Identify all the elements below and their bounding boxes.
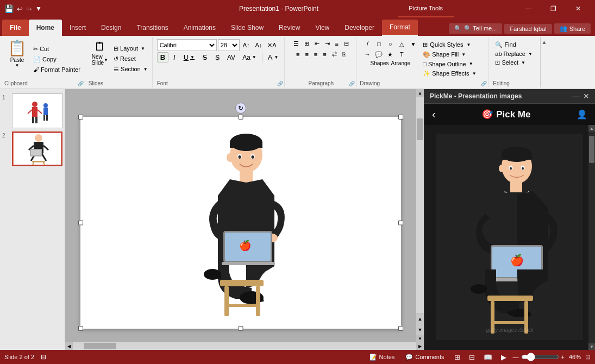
pickme-nav-left[interactable]: ‹: [432, 108, 436, 121]
handle-br[interactable]: [398, 326, 403, 331]
rotation-handle[interactable]: ↻: [235, 103, 246, 114]
select-button[interactable]: ⊡ Select ▼: [493, 58, 528, 67]
shapes-button[interactable]: Shapes: [371, 60, 389, 66]
view-reading-button[interactable]: 📖: [481, 353, 494, 361]
shape-more[interactable]: ▼: [408, 39, 418, 49]
tab-file[interactable]: File: [2, 20, 29, 36]
redo-icon[interactable]: ↪: [26, 5, 32, 13]
justify-button[interactable]: ≡: [321, 49, 328, 59]
pickme-scroll-thumb[interactable]: [589, 136, 594, 163]
user-button[interactable]: Farshad Iqbal: [504, 24, 552, 34]
pickme-image-area[interactable]: 🍎: [424, 125, 595, 350]
tab-developer[interactable]: Developer: [337, 20, 382, 36]
handle-ml[interactable]: [78, 221, 83, 225]
drawing-expand[interactable]: 🔗: [481, 81, 487, 86]
spacing-button[interactable]: AV: [224, 53, 238, 62]
slide-canvas[interactable]: 🍎: [80, 117, 401, 329]
shape-rect[interactable]: □: [373, 39, 384, 49]
h-scroll-thumb[interactable]: [84, 343, 116, 349]
pickme-scroll-up[interactable]: ▲: [588, 125, 595, 131]
horizontal-scrollbar[interactable]: ◀ ▶: [65, 342, 424, 350]
pickme-scroll-down[interactable]: ▼: [588, 343, 595, 350]
clear-format-button[interactable]: ✕A: [265, 41, 278, 50]
increase-font-button[interactable]: A↑: [241, 41, 252, 49]
replace-button[interactable]: ab Replace ▼: [493, 49, 535, 58]
view-slideshow-button[interactable]: ▶: [499, 353, 509, 361]
align-center-button[interactable]: ≡: [303, 49, 310, 59]
section-button[interactable]: ☰ Section ▼: [111, 65, 150, 74]
view-normal-button[interactable]: ⊞: [452, 353, 462, 361]
restore-button[interactable]: ❐: [541, 0, 566, 17]
numbering-button[interactable]: ⊞: [302, 39, 311, 48]
scroll-left-button[interactable]: ◀: [65, 342, 73, 350]
shape-triangle[interactable]: △: [396, 39, 407, 49]
increase-indent-button[interactable]: ⇥: [323, 39, 332, 48]
tab-home[interactable]: Home: [29, 20, 62, 36]
pickme-minimize-button[interactable]: —: [572, 92, 580, 101]
quick-styles-button[interactable]: ⊞ Quick Styles ▼: [421, 40, 486, 49]
strikethrough-button[interactable]: S̶: [199, 52, 210, 62]
reset-button[interactable]: ↺ Reset: [111, 54, 150, 64]
underline-button[interactable]: U▼: [180, 52, 198, 62]
save-icon[interactable]: 💾: [4, 4, 14, 13]
shape-arrow[interactable]: →: [362, 49, 373, 59]
align-right-button[interactable]: ≡: [312, 49, 320, 59]
tab-review[interactable]: Review: [271, 20, 308, 36]
handle-tc[interactable]: [239, 115, 243, 120]
copy-button[interactable]: 📄 Copy: [31, 55, 83, 64]
close-button[interactable]: ✕: [566, 0, 591, 17]
shape-outline-button[interactable]: □ Shape Outline ▼: [421, 60, 486, 68]
notes-button[interactable]: 📝 Notes: [366, 353, 398, 362]
pickme-user-icon[interactable]: 👤: [577, 109, 587, 120]
undo-icon[interactable]: ↩: [17, 5, 23, 13]
shape-fill-button[interactable]: 🎨 Shape Fill ▼: [421, 50, 486, 59]
italic-button[interactable]: I: [170, 52, 179, 62]
minimize-button[interactable]: —: [516, 0, 541, 17]
tab-animations[interactable]: Animations: [176, 20, 223, 36]
bold-button[interactable]: B: [157, 52, 168, 62]
handle-tr[interactable]: [398, 115, 403, 120]
font-name-select[interactable]: Calibri: [157, 39, 217, 51]
decrease-font-button[interactable]: A↓: [253, 41, 265, 49]
pickme-scrollbar[interactable]: ▲ ▼: [588, 125, 595, 350]
bullets-button[interactable]: ☰: [291, 39, 301, 48]
shape-effects-button[interactable]: ✨ Shape Effects ▼: [421, 69, 486, 78]
cut-button[interactable]: ✂ Cut: [31, 45, 83, 54]
zoom-in-button[interactable]: +: [561, 354, 565, 360]
zoom-out-button[interactable]: —: [513, 354, 519, 360]
slide-1-thumbnail[interactable]: [12, 93, 62, 128]
slide-info-icon[interactable]: ⊟: [41, 353, 46, 361]
tab-design[interactable]: Design: [93, 20, 129, 36]
shadow-button[interactable]: S: [212, 53, 223, 62]
scroll-thumb[interactable]: [417, 118, 423, 140]
share-button[interactable]: 👥 Share: [554, 23, 591, 34]
tab-view[interactable]: View: [308, 20, 337, 36]
paragraph-expand[interactable]: 🔗: [349, 81, 355, 86]
columns-button[interactable]: ⊟: [342, 39, 351, 48]
handle-bc[interactable]: [239, 326, 243, 331]
font-color-button[interactable]: A▼: [265, 53, 281, 62]
pickme-close-button[interactable]: ✕: [583, 92, 590, 101]
scroll-right-button[interactable]: ▶: [416, 342, 424, 350]
comments-button[interactable]: 💬 Comments: [402, 353, 447, 362]
view-slide-sorter-button[interactable]: ⊟: [467, 353, 477, 361]
handle-mr[interactable]: [398, 221, 403, 225]
layout-button[interactable]: ⊞ Layout ▼: [111, 44, 150, 53]
slide-thumb-1[interactable]: 1: [2, 93, 62, 128]
tab-insert[interactable]: Insert: [62, 20, 93, 36]
slide-2-thumbnail[interactable]: [12, 131, 62, 166]
decrease-indent-button[interactable]: ⇤: [312, 39, 322, 48]
scroll-prev-slide[interactable]: ▲: [416, 313, 424, 324]
shape-oval[interactable]: ○: [385, 39, 396, 49]
shape-extra[interactable]: [408, 49, 418, 59]
clipboard-expand[interactable]: 🔗: [78, 81, 84, 86]
slide-thumb-2[interactable]: 2: [2, 131, 62, 166]
scroll-up-button[interactable]: ▲: [416, 89, 424, 97]
change-case-button[interactable]: Aa▼: [240, 53, 259, 62]
shape-callout[interactable]: 💬: [373, 49, 384, 59]
convert-smartart-button[interactable]: ⎘: [340, 49, 348, 59]
font-size-select[interactable]: 28: [218, 39, 240, 51]
text-direction-button[interactable]: ⇄: [330, 49, 339, 59]
scroll-next-slide[interactable]: ▼: [416, 324, 424, 335]
handle-tl[interactable]: [78, 115, 83, 120]
